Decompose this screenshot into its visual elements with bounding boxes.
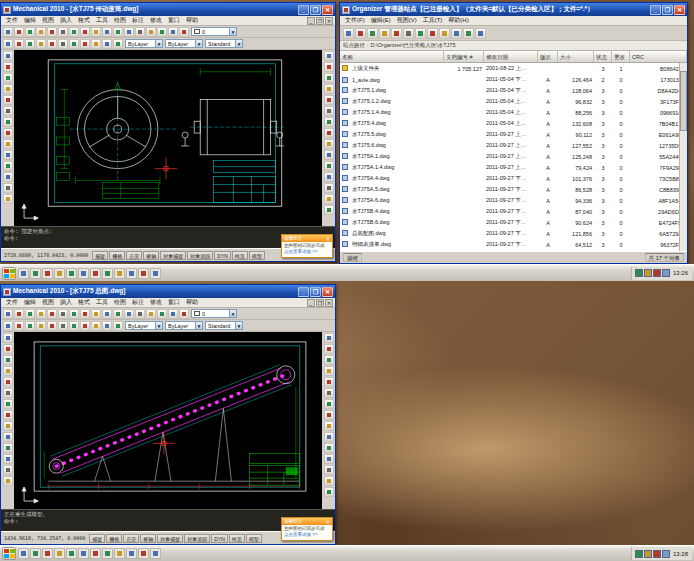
minimize-button[interactable]: _ xyxy=(298,287,309,297)
toolbar-icon[interactable] xyxy=(3,51,13,61)
toolbar-icon[interactable] xyxy=(58,309,68,319)
linetype-combo[interactable]: ByLayer▾ xyxy=(165,39,203,48)
toolbar-icon[interactable] xyxy=(3,410,13,420)
toolbar-icon[interactable] xyxy=(47,39,57,49)
menu-item[interactable]: 编辑(E) xyxy=(368,16,394,25)
column-header[interactable]: 修改日期 xyxy=(484,51,538,62)
toolbar-icon[interactable] xyxy=(3,194,13,204)
quick-launch-icon[interactable] xyxy=(114,268,125,279)
column-header[interactable]: 名称 xyxy=(340,51,444,62)
menu-item[interactable]: 标注 xyxy=(129,16,147,25)
toolbar-icon[interactable] xyxy=(324,183,334,193)
toolbar-icon[interactable] xyxy=(324,95,334,105)
layer-combo[interactable]: 0▾ xyxy=(191,27,237,36)
toolbar-icon[interactable] xyxy=(3,117,13,127)
toolbar-icon[interactable] xyxy=(324,62,334,72)
menu-item[interactable]: 窗口 xyxy=(165,298,183,307)
tray-icon[interactable] xyxy=(635,550,643,558)
quick-launch-icon[interactable] xyxy=(150,268,161,279)
toolbar-icon[interactable] xyxy=(102,27,112,37)
chevron-down-icon[interactable]: ▾ xyxy=(229,28,236,35)
menu-item[interactable]: 编辑 xyxy=(21,298,39,307)
toolbar-icon[interactable] xyxy=(463,28,474,39)
menu-item[interactable]: 绘图 xyxy=(111,298,129,307)
toolbar-icon[interactable] xyxy=(324,355,334,365)
toolbar-icon[interactable] xyxy=(168,309,178,319)
status-toggle[interactable]: 对象捕捉 xyxy=(157,534,183,543)
tray-icon[interactable] xyxy=(635,269,643,277)
toolbar-icon[interactable] xyxy=(69,321,79,331)
quick-launch-icon[interactable] xyxy=(66,268,77,279)
toolbar-icon[interactable] xyxy=(157,27,167,37)
mdi-minimize-button[interactable]: _ xyxy=(307,17,315,25)
table-row[interactable]: 上级文件夹 1 705 127 2001-08-22 上… 3 1 B08642… xyxy=(340,63,687,74)
table-row[interactable]: 水TJ75A.6.dwg 2011-09-27 下… A 94,336 3 0 … xyxy=(340,195,687,206)
toolbar-icon[interactable] xyxy=(69,39,79,49)
quick-launch-icon[interactable] xyxy=(138,548,149,559)
taskbar-clock[interactable]: 13:26 xyxy=(672,270,689,276)
toolbar-icon[interactable] xyxy=(69,27,79,37)
quick-launch-icon[interactable] xyxy=(30,548,41,559)
quick-launch-icon[interactable] xyxy=(114,548,125,559)
toolbar-icon[interactable] xyxy=(3,139,13,149)
minimize-button[interactable]: _ xyxy=(298,5,309,15)
menu-item[interactable]: 文件 xyxy=(3,298,21,307)
quick-launch-icon[interactable] xyxy=(78,548,89,559)
status-toggle[interactable]: 正交 xyxy=(123,534,139,543)
toolbar-icon[interactable] xyxy=(113,39,123,49)
toolbar-icon[interactable] xyxy=(102,309,112,319)
toolbar-icon[interactable] xyxy=(324,205,334,215)
drawing-canvas[interactable] xyxy=(14,332,322,509)
chevron-down-icon[interactable]: ▾ xyxy=(229,310,236,317)
color-combo[interactable]: ByLayer▾ xyxy=(125,39,163,48)
column-header[interactable]: 大小 xyxy=(558,51,594,62)
close-icon[interactable]: ✕ xyxy=(326,519,330,525)
toolbar-icon[interactable] xyxy=(439,28,450,39)
toolbar-icon[interactable] xyxy=(3,421,13,431)
toolbar-icon[interactable] xyxy=(3,388,13,398)
status-toggle[interactable]: DYN xyxy=(211,534,228,543)
status-toggle[interactable]: 捕捉 xyxy=(89,534,105,543)
toolbar-icon[interactable] xyxy=(3,84,13,94)
table-row[interactable]: 1_axle.dwg 2011-05-04 下… A 126,464 2 0 1… xyxy=(340,74,687,85)
toolbar-icon[interactable] xyxy=(3,377,13,387)
table-row[interactable]: 水TJ75A.5.dwg 2011-09-27 下… A 86,528 3 0 … xyxy=(340,184,687,195)
color-combo[interactable]: ByLayer▾ xyxy=(125,321,163,330)
toolbar-icon[interactable] xyxy=(124,27,134,37)
toolbar-icon[interactable] xyxy=(3,62,13,72)
toolbar-icon[interactable] xyxy=(25,309,35,319)
toolbar-icon[interactable] xyxy=(36,39,46,49)
quick-launch-icon[interactable] xyxy=(138,268,149,279)
toolbar-icon[interactable] xyxy=(355,28,366,39)
status-toggle[interactable]: 线宽 xyxy=(232,251,248,260)
chevron-down-icon[interactable]: ▾ xyxy=(235,322,242,329)
tray-icon[interactable] xyxy=(644,269,652,277)
mdi-restore-button[interactable]: ❐ xyxy=(316,299,324,307)
status-toggle[interactable]: DYN xyxy=(214,251,231,260)
toolbar-icon[interactable] xyxy=(124,309,134,319)
toolbar-icon[interactable] xyxy=(3,454,13,464)
close-icon[interactable]: ✕ xyxy=(326,236,330,242)
menu-item[interactable]: 帮助(H) xyxy=(445,16,471,25)
toolbar-icon[interactable] xyxy=(324,333,334,343)
toolbar-icon[interactable] xyxy=(367,28,378,39)
toolbar-icon[interactable] xyxy=(324,106,334,116)
quick-launch-icon[interactable] xyxy=(102,548,113,559)
toolbar-icon[interactable] xyxy=(3,183,13,193)
toolbar-icon[interactable] xyxy=(179,27,189,37)
restore-button[interactable]: ❐ xyxy=(310,287,321,297)
vertical-scrollbar[interactable] xyxy=(679,63,687,251)
toolbar-icon[interactable] xyxy=(80,27,90,37)
toolbar-icon[interactable] xyxy=(324,410,334,420)
menu-item[interactable]: 视图(V) xyxy=(394,16,420,25)
menu-item[interactable]: 格式 xyxy=(75,16,93,25)
toolbar-icon[interactable] xyxy=(324,161,334,171)
toolbar-icon[interactable] xyxy=(324,73,334,83)
column-header[interactable]: CRC xyxy=(630,51,687,62)
toolbar-icon[interactable] xyxy=(146,27,156,37)
table-row[interactable]: 水TJ75.4.dwg 2011-05-04 上… A 132,608 3 0 … xyxy=(340,118,687,129)
chevron-down-icon[interactable]: ▾ xyxy=(195,40,202,47)
chevron-down-icon[interactable]: ▾ xyxy=(195,322,202,329)
quick-launch-icon[interactable] xyxy=(42,268,53,279)
toolbar-icon[interactable] xyxy=(324,366,334,376)
